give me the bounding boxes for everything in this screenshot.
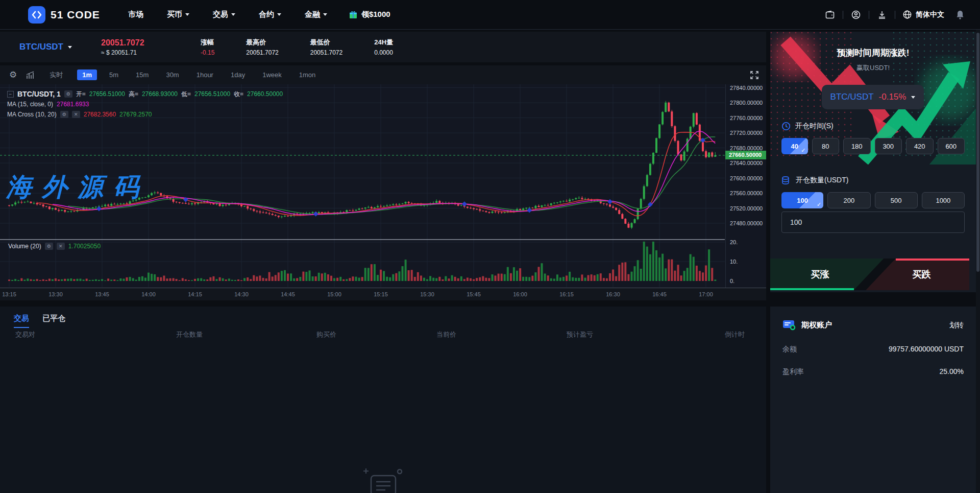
open-time-option-80[interactable]: 80 xyxy=(812,138,840,154)
download-icon[interactable] xyxy=(876,9,888,20)
transfer-link[interactable]: 划转 xyxy=(949,321,964,330)
nav-item-3[interactable]: 合约 xyxy=(259,10,281,19)
open-time-option-40[interactable]: 40✓ xyxy=(781,138,808,154)
series-settings-icon[interactable]: ⚙ xyxy=(64,90,72,98)
volume-tick: 0. xyxy=(730,278,734,284)
interval-tab-30m[interactable]: 30m xyxy=(161,69,184,80)
interval-tab-5m[interactable]: 5m xyxy=(104,69,124,80)
volume-settings-icon[interactable]: ⚙ xyxy=(45,243,53,250)
chart-settings-icon[interactable]: ⚙ xyxy=(9,69,17,80)
high-value: 20051.7072 xyxy=(246,49,278,56)
wallet-icon[interactable] xyxy=(824,9,836,20)
indicators-icon[interactable] xyxy=(26,71,35,79)
interval-tab-1week[interactable]: 1week xyxy=(257,69,287,80)
account-title: 期权账户 xyxy=(801,320,832,330)
nav-menu: 市场买币交易合约金融 xyxy=(128,10,327,19)
tab-realtime[interactable]: 实时 xyxy=(44,69,68,81)
positions-tab-0[interactable]: 交易 xyxy=(14,314,29,328)
nav-item-label: 交易 xyxy=(213,10,228,19)
interval-tab-1hour[interactable]: 1hour xyxy=(191,69,218,80)
page: 51 CODE 市场买币交易合约金融 领$1000 xyxy=(0,0,980,493)
column-header-1: 开仓数量 xyxy=(176,330,203,339)
language-label: 简体中文 xyxy=(916,10,944,19)
nav-item-0[interactable]: 市场 xyxy=(128,10,143,19)
open-time-option-420[interactable]: 420 xyxy=(906,138,934,154)
account-row-0: 余额99757.60000000 USDT xyxy=(782,345,964,354)
collapse-icon[interactable]: − xyxy=(7,91,14,98)
indicator-settings-icon[interactable]: ⚙ xyxy=(60,111,68,118)
time-axis[interactable]: 13:1513:3013:4514:0014:1514:3014:4515:00… xyxy=(0,288,766,300)
bonus-button[interactable]: 领$1000 xyxy=(349,10,390,19)
ohlc-label: 收= xyxy=(234,90,243,99)
coins-icon xyxy=(781,176,791,185)
empty-state-icon xyxy=(359,464,408,493)
column-header-4: 预计盈亏 xyxy=(567,330,593,339)
bell-icon[interactable] xyxy=(954,9,966,20)
ohlc-legend: −BTC/USDT, 1⚙开=27656.51000高=27668.93000低… xyxy=(7,89,283,99)
time-tick: 16:45 xyxy=(652,291,667,297)
account-panel: 期权账户 划转 余额99757.60000000 USDT盈利率25.00% xyxy=(770,307,976,493)
globe-icon xyxy=(902,10,912,19)
open-time-option-300[interactable]: 300 xyxy=(875,138,902,154)
symbol-label: BTC/USDT, 1 xyxy=(17,90,61,98)
price-tick: 27720.00000 xyxy=(730,130,763,136)
account-icon[interactable] xyxy=(850,9,862,20)
nav-item-label: 买币 xyxy=(167,10,182,19)
nav-actions: 简体中文 xyxy=(824,9,966,20)
fullscreen-icon[interactable] xyxy=(750,71,759,80)
indicator-value: 27682.3560 xyxy=(84,111,116,118)
chevron-down-icon xyxy=(185,13,189,16)
pair-dropdown[interactable]: BTC/USDT -0.15% xyxy=(822,85,924,109)
amount-input[interactable] xyxy=(781,212,965,233)
ohlc-value: 27656.51000 xyxy=(194,90,230,98)
account-row-1: 盈利率25.00% xyxy=(782,367,964,377)
change-stat: 涨幅 -0.15 xyxy=(201,38,214,56)
indicator-close-icon[interactable]: ✕ xyxy=(72,111,80,118)
buy-down-topline xyxy=(896,259,969,261)
interval-tab-15m[interactable]: 15m xyxy=(131,69,154,80)
time-tick: 14:45 xyxy=(281,291,295,297)
ohlc-value: 27656.51000 xyxy=(89,90,125,98)
indicator-legend-0: MA (15, close, 0)27681.6933 xyxy=(7,99,283,109)
nav-item-label: 合约 xyxy=(259,10,274,19)
nav-item-label: 市场 xyxy=(128,10,143,19)
amount-option-200[interactable]: 200 xyxy=(827,192,870,208)
chevron-down-icon xyxy=(323,13,327,16)
nav-item-4[interactable]: 金融 xyxy=(305,10,327,19)
amount-option-100[interactable]: 100✓ xyxy=(781,192,823,208)
amount-label: 开仓数量(USDT) xyxy=(796,176,848,185)
price-tick: 27800.00000 xyxy=(730,100,763,106)
brand[interactable]: 51 CODE xyxy=(28,6,100,24)
account-row-value: 99757.60000000 USDT xyxy=(889,345,964,354)
nav-item-2[interactable]: 交易 xyxy=(213,10,235,19)
volume-tick: 10. xyxy=(730,259,738,265)
scrollbar-thumb[interactable] xyxy=(976,33,979,272)
open-time-option-180[interactable]: 180 xyxy=(843,138,871,154)
time-tick: 16:00 xyxy=(513,291,527,297)
positions-tab-1[interactable]: 已平仓 xyxy=(42,314,65,328)
interval-tab-1mon[interactable]: 1mon xyxy=(294,69,321,80)
interval-tab-1m[interactable]: 1m xyxy=(77,69,97,80)
ohlc-value: 27660.50000 xyxy=(247,90,283,98)
language-selector[interactable]: 简体中文 xyxy=(902,10,944,19)
open-time-option-600[interactable]: 600 xyxy=(938,138,965,154)
indicator-label: MA Cross (10, 20) xyxy=(7,111,57,118)
low-label: 最低价 xyxy=(310,38,342,47)
open-time-label-row: 开仓时间(S) xyxy=(781,122,834,131)
change-value: -0.15 xyxy=(201,49,214,56)
amount-option-1000[interactable]: 1000 xyxy=(922,192,965,208)
last-price: 20051.7072 xyxy=(101,38,173,48)
price-tick: 27480.00000 xyxy=(730,220,763,226)
volume-close-icon[interactable]: ✕ xyxy=(57,243,65,250)
price-axis[interactable]: 27840.0000027800.0000027760.0000027720.0… xyxy=(725,84,766,288)
price-tick: 27640.00000 xyxy=(730,160,763,166)
pair-selector[interactable]: BTC/USDT xyxy=(19,42,101,52)
interval-tab-1day[interactable]: 1day xyxy=(226,69,250,80)
low-stat: 最低价 20051.7072 xyxy=(310,38,342,56)
amount-option-500[interactable]: 500 xyxy=(875,192,918,208)
account-row-label: 余额 xyxy=(782,345,797,354)
time-tick: 14:15 xyxy=(188,291,202,297)
account-rows: 余额99757.60000000 USDT盈利率25.00% xyxy=(782,345,964,377)
nav-item-1[interactable]: 买币 xyxy=(167,10,189,19)
promo-subtitle: 赢取USDT! xyxy=(770,63,976,73)
